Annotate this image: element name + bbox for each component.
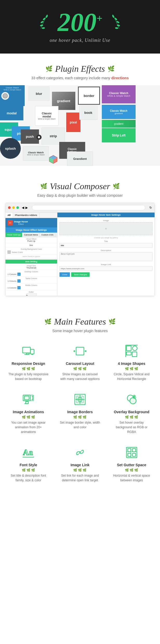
bc-desktop-col-up[interactable]: + xyxy=(17,273,21,276)
feature-gutter-divider: 🌿 🌿 🌿 xyxy=(111,468,152,472)
left-laurel-icon xyxy=(39,12,55,32)
bc-gutter-input[interactable] xyxy=(26,293,37,296)
feature-gutter-title: Set Gutter Space xyxy=(111,463,152,467)
features-subtitle: Some image hover plugin features xyxy=(5,329,155,333)
browser-bar: ◀ ▶ ↻ xyxy=(5,203,155,213)
bc-blur-label: blur xyxy=(5,243,57,247)
feature-link: Image Link 🌿 🌿 🌿 Set link for each image… xyxy=(57,442,103,485)
divider-leaf-3: 🌿 xyxy=(31,367,35,371)
feature-overlay-desc: Set hover overlay background as RGB or R… xyxy=(111,420,152,434)
bc-left-panel: All Pharmlandco Addons IH Image Hover Ef… xyxy=(5,213,57,296)
feature-responsive: Responsive Design 🌿 🌿 🌿 The plugin is fu… xyxy=(5,341,52,384)
feature-overlay: Overlay Background 🌿 🌿 🌿 Set hover overl… xyxy=(108,389,155,437)
svg-rect-21 xyxy=(76,347,84,355)
svg-rect-31 xyxy=(24,396,29,400)
bc-image-field: Image + Choose you image by gallery xyxy=(59,219,152,239)
responsive-icon xyxy=(21,343,36,359)
effect-classic-watch-card: Classic Watch Write & Simple Watch xyxy=(0,85,25,106)
borders-icon xyxy=(72,392,88,407)
browser-forward-icon[interactable]: ▶ xyxy=(25,206,28,209)
left-leaf-decoration: 🌿 xyxy=(45,65,52,72)
effect-border[interactable]: border xyxy=(78,87,100,105)
effect-book[interactable]: book xyxy=(79,106,97,120)
link-icon xyxy=(72,445,88,460)
feature-animations-title: Image Animations xyxy=(8,410,49,414)
feature-carousel-title: Carousel Layout xyxy=(59,362,101,366)
right-leaf-decoration: 🌿 xyxy=(108,65,115,72)
svg-rect-20 xyxy=(32,354,33,354)
bc-color-swatch[interactable] xyxy=(8,251,11,254)
svg-rect-49 xyxy=(132,453,136,456)
svg-point-4 xyxy=(42,27,45,29)
hero-subtitle: one hover pack, Unlimit Use xyxy=(5,38,155,43)
feature-borders-divider: 🌿 🌿 🌿 xyxy=(59,415,101,419)
vc-title: Visual Composer xyxy=(50,181,110,191)
effects-grid: Classic Watch Write & Simple Watch modal… xyxy=(0,85,160,166)
shapes-icon xyxy=(124,343,139,359)
bc-close-button[interactable]: Close xyxy=(59,272,70,277)
effect-classic-watch-blue[interactable]: Classic Watch gradient xyxy=(102,105,136,119)
bc-mobile-col-up[interactable]: + xyxy=(17,286,21,289)
browser-back-icon[interactable]: ◀ xyxy=(22,206,24,209)
effect-blur[interactable]: blur xyxy=(29,87,49,101)
features-right-leaf: 🌿 xyxy=(109,318,116,325)
bc-tab-pharmlandco[interactable]: Pharmlandco Addons xyxy=(13,213,40,218)
effect-classic-modal[interactable]: Classicmodal Write & Simple Watch xyxy=(35,106,58,126)
divider-leaf-2: 🌿 xyxy=(26,367,30,371)
svg-point-7 xyxy=(114,17,118,21)
bc-desc-textarea[interactable] xyxy=(59,252,152,261)
browser-url-bar[interactable] xyxy=(32,205,145,210)
hero-laurel-row: 200+ xyxy=(5,9,155,35)
effect-pixel-red[interactable]: pixel xyxy=(66,113,81,132)
feature-link-title: Image Link xyxy=(59,463,101,467)
browser-close-dot xyxy=(8,206,11,209)
3d-cube-icon xyxy=(48,154,58,165)
bc-stab-css[interactable]: Custom CSS xyxy=(40,233,55,237)
bc-tab-all[interactable]: All xyxy=(5,213,13,218)
vc-left-leaf: 🌿 xyxy=(40,183,47,190)
bc-settings-title: Image Hover Effect Settings xyxy=(5,227,57,233)
bc-stab-carousel[interactable]: Carousel Items xyxy=(22,233,40,237)
browser-min-dot xyxy=(12,206,15,209)
visual-composer-section: 🌿 Visual Composer 🌿 Easy darp & drop plu… xyxy=(0,171,160,306)
bc-save-button[interactable]: Save changes xyxy=(71,272,90,277)
plugin-title-row: 🌿 Plugin Effects 🌿 xyxy=(5,64,155,74)
bc-link-field: Image Link xyxy=(59,263,152,271)
bc-tablet-col: Tablet Column 1 Column + xyxy=(5,277,57,284)
bc-title-field: Title xyxy=(59,240,152,248)
effect-grandient[interactable]: Grandient xyxy=(67,152,93,166)
feature-carousel-divider: 🌿 🌿 🌿 xyxy=(59,367,101,371)
features-title-row: 🌿 Main Features 🌿 xyxy=(5,317,155,327)
browser-mockup: ◀ ▶ ↻ All Pharmlandco Addons IH Image Ho… xyxy=(5,203,155,296)
browser-reload-icon[interactable]: ↻ xyxy=(149,206,152,209)
feature-borders: Image Borders 🌿 🌿 🌿 Set image border sty… xyxy=(57,389,103,437)
effect-classic-watch-purple[interactable]: Classic Watch White & Simple Watch xyxy=(102,85,136,103)
vc-right-leaf: 🌿 xyxy=(113,183,120,190)
feature-font-title: Font Style xyxy=(8,463,49,467)
feature-link-desc: Set link for each image and determine op… xyxy=(59,473,101,483)
features-grid: Responsive Design 🌿 🌿 🌿 The plugin is fu… xyxy=(5,341,155,485)
effect-modal[interactable]: modal xyxy=(0,106,23,120)
bc-right-title: Image Hover Item Settings xyxy=(57,213,155,217)
svg-point-41 xyxy=(133,395,135,397)
bc-image-placeholder[interactable]: + xyxy=(59,222,152,235)
bc-item-setting-label: Item Setting xyxy=(5,260,57,264)
bc-tablet-col-up[interactable]: + xyxy=(17,279,21,282)
feature-carousel-desc: Show images as carousel with many carous… xyxy=(59,372,101,381)
feature-responsive-desc: The plugin is fully responsive based on … xyxy=(8,372,49,381)
plugin-effects-title: Plugin Effects xyxy=(55,64,105,74)
effect-splash[interactable]: splash xyxy=(0,138,21,159)
bc-select-color-label: Select Color xyxy=(12,251,23,253)
bc-mobile-col: Mobile Column 1 Column + xyxy=(5,284,57,290)
effect-classic-watch-white[interactable]: Classic Watch Write & Simple Watch xyxy=(23,146,49,161)
feature-animations-desc: You can set image apear animation from 2… xyxy=(8,420,49,434)
bc-hover-effect-label: Hover Effect Push Up xyxy=(5,237,57,243)
bc-title-input[interactable] xyxy=(59,243,152,248)
svg-point-1 xyxy=(42,17,46,21)
bc-overlay-bg-label: Overlay Background Color Select Color xyxy=(5,247,57,255)
effect-gradient-small[interactable]: gradient xyxy=(102,120,136,128)
bc-stab-hover[interactable]: Hover Settings xyxy=(5,233,22,237)
bc-link-input[interactable] xyxy=(59,266,152,271)
plugin-effects-section: 🌿 Plugin Effects 🌿 33 effect categories,… xyxy=(0,54,160,171)
effect-strip-left[interactable]: Strip Left xyxy=(102,128,136,142)
